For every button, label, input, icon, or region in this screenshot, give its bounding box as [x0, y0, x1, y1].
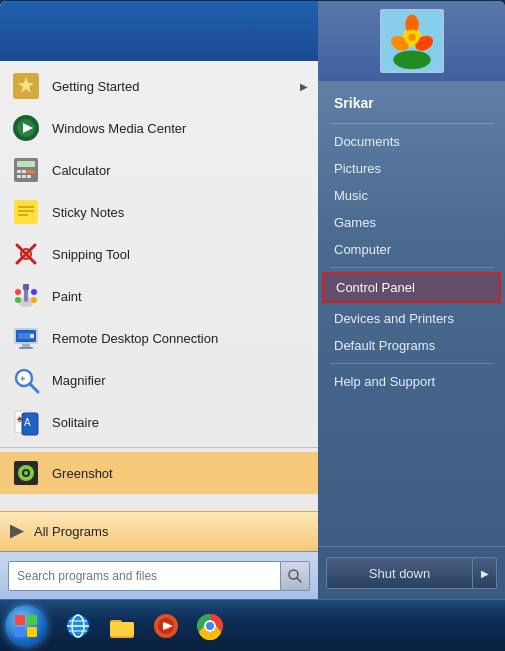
menu-item-magnifier[interactable]: + Magnifier — [0, 359, 318, 401]
menu-item-paint[interactable]: Paint — [0, 275, 318, 317]
menu-item-label: Greenshot — [52, 466, 113, 481]
svg-point-26 — [31, 297, 37, 303]
start-orb — [5, 605, 47, 647]
svg-line-45 — [297, 578, 301, 582]
menu-item-label: Snipping Tool — [52, 247, 130, 262]
svg-rect-30 — [19, 347, 33, 349]
menu-items-list: Getting Started ▶ Windows Media Center — [0, 61, 318, 511]
search-button[interactable] — [280, 561, 310, 591]
svg-line-34 — [30, 384, 38, 392]
start-button[interactable] — [0, 600, 52, 652]
search-bar — [0, 551, 318, 599]
menu-item-label: Magnifier — [52, 373, 105, 388]
svg-text:A: A — [24, 417, 31, 428]
sticky-notes-icon — [10, 196, 42, 228]
menu-item-solitaire[interactable]: ♠ A Solitaire — [0, 401, 318, 443]
right-menu-games[interactable]: Games — [318, 209, 505, 236]
svg-rect-60 — [27, 627, 37, 637]
right-separator — [330, 123, 493, 124]
wmp-icon — [152, 612, 180, 640]
svg-point-23 — [15, 289, 21, 295]
menu-item-label: Windows Media Center — [52, 121, 186, 136]
shutdown-label: Shut down — [369, 566, 430, 581]
menu-item-snipping-tool[interactable]: Snipping Tool — [0, 233, 318, 275]
search-icon — [287, 568, 303, 584]
svg-point-75 — [206, 622, 214, 630]
left-header — [0, 1, 318, 61]
user-photo — [380, 9, 444, 73]
svg-rect-11 — [22, 175, 26, 178]
right-menu-devices-printers[interactable]: Devices and Printers — [318, 305, 505, 332]
taskbar-chrome[interactable] — [190, 606, 230, 646]
right-menu-pictures[interactable]: Pictures — [318, 155, 505, 182]
ie-icon — [64, 612, 92, 640]
svg-rect-13 — [14, 200, 38, 224]
menu-item-label: Solitaire — [52, 415, 99, 430]
right-menu-music[interactable]: Music — [318, 182, 505, 209]
solitaire-icon: ♠ A — [10, 406, 42, 438]
svg-rect-59 — [15, 627, 25, 637]
menu-item-label: Getting Started — [52, 79, 139, 94]
right-menu-help-support[interactable]: Help and Support — [318, 368, 505, 395]
shutdown-button[interactable]: Shut down — [326, 557, 473, 589]
separator — [0, 447, 318, 448]
right-menu-default-programs[interactable]: Default Programs — [318, 332, 505, 359]
menu-item-sticky-notes[interactable]: Sticky Notes — [0, 191, 318, 233]
paint-icon — [10, 280, 42, 312]
svg-rect-6 — [17, 161, 35, 167]
svg-point-47 — [393, 50, 431, 69]
greenshot-icon — [10, 457, 42, 489]
svg-rect-10 — [17, 175, 21, 178]
right-separator-2 — [330, 267, 493, 268]
svg-rect-68 — [110, 622, 134, 636]
taskbar-wmp[interactable] — [146, 606, 186, 646]
chrome-icon — [196, 612, 224, 640]
taskbar-folder[interactable] — [102, 606, 142, 646]
menu-item-calculator[interactable]: Calculator — [0, 149, 318, 191]
menu-item-wmc[interactable]: Windows Media Center — [0, 107, 318, 149]
remote-desktop-icon — [10, 322, 42, 354]
right-header — [318, 1, 505, 81]
svg-rect-8 — [22, 170, 26, 173]
getting-started-icon — [10, 70, 42, 102]
svg-rect-12 — [27, 175, 31, 178]
svg-text:+: + — [20, 374, 25, 384]
wmc-icon — [10, 112, 42, 144]
right-separator-3 — [330, 363, 493, 364]
snipping-tool-icon — [10, 238, 42, 270]
right-bottom: Shut down ▶ — [318, 546, 505, 599]
svg-point-32 — [30, 334, 34, 338]
menu-item-remote-desktop[interactable]: Remote Desktop Connection — [0, 317, 318, 359]
right-menu-items: Srikar Documents Pictures Music Games Co… — [318, 81, 505, 546]
svg-rect-58 — [27, 615, 37, 625]
svg-rect-22 — [23, 284, 29, 290]
all-programs[interactable]: All Programs — [0, 511, 318, 551]
all-programs-arrow-icon — [10, 525, 24, 539]
start-menu: Getting Started ▶ Windows Media Center — [0, 1, 505, 599]
right-panel: Srikar Documents Pictures Music Games Co… — [318, 1, 505, 599]
menu-item-greenshot[interactable]: Greenshot — [0, 452, 318, 494]
taskbar — [0, 599, 505, 651]
menu-item-label: Calculator — [52, 163, 111, 178]
windows-logo-icon — [13, 613, 39, 639]
folder-icon — [108, 612, 136, 640]
search-input[interactable] — [8, 561, 281, 591]
right-menu-control-panel[interactable]: Control Panel — [322, 272, 501, 303]
menu-item-label: Paint — [52, 289, 82, 304]
svg-rect-29 — [22, 344, 30, 347]
right-menu-documents[interactable]: Documents — [318, 128, 505, 155]
menu-item-getting-started[interactable]: Getting Started ▶ — [0, 65, 318, 107]
svg-point-43 — [24, 471, 28, 475]
svg-rect-7 — [17, 170, 21, 173]
left-panel: Getting Started ▶ Windows Media Center — [0, 1, 318, 599]
right-menu-username[interactable]: Srikar — [318, 89, 505, 119]
svg-point-56 — [408, 34, 416, 42]
right-menu-computer[interactable]: Computer — [318, 236, 505, 263]
taskbar-ie[interactable] — [58, 606, 98, 646]
svg-rect-57 — [15, 615, 25, 625]
svg-point-24 — [31, 289, 37, 295]
shutdown-arrow-button[interactable]: ▶ — [473, 557, 497, 589]
menu-item-label: Sticky Notes — [52, 205, 124, 220]
calculator-icon — [10, 154, 42, 186]
all-programs-label: All Programs — [34, 524, 108, 539]
